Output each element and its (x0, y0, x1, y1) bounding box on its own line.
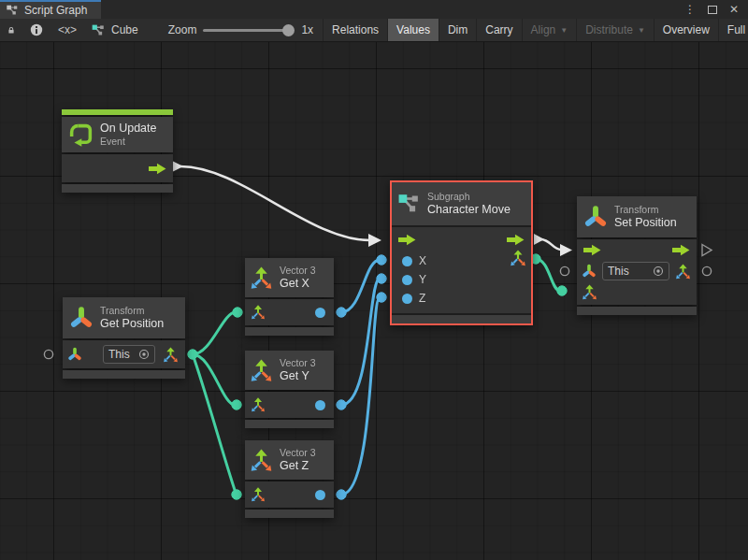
wire-getposition-to-gety[interactable] (193, 354, 235, 405)
code-icon: <x> (58, 23, 77, 36)
dim-button[interactable]: Dim (439, 19, 476, 41)
port-charactermove-x-in[interactable] (377, 255, 386, 265)
window-menu-icon[interactable]: ⋮ (684, 3, 696, 16)
lock-button[interactable] (0, 19, 22, 41)
node-footer (245, 420, 334, 428)
node-footer (63, 370, 185, 379)
node-subtitle: Subgraph (427, 191, 511, 203)
chevron-down-icon: ▼ (560, 26, 568, 35)
port-charactermove-y-in[interactable] (377, 274, 386, 283)
flow-in-port-icon[interactable] (398, 234, 416, 246)
port-setposition-this-unconnected[interactable] (560, 266, 568, 275)
wire-flow-onupdate-to-charactermove[interactable] (172, 161, 381, 247)
port-getz-value-in[interactable] (232, 490, 241, 499)
node-title: Get X (280, 277, 316, 292)
port-setposition-value-out-unconnected[interactable] (702, 266, 711, 275)
info-icon (30, 23, 43, 36)
tab-script-graph[interactable]: Script Graph (0, 0, 101, 19)
node-title: Character Move (427, 203, 511, 218)
graph-icon (92, 24, 106, 36)
node-subtitle: Vector 3 (280, 357, 316, 369)
full-screen-button[interactable]: Full Screen (718, 19, 748, 41)
port-getposition-value-out[interactable] (188, 350, 197, 359)
port-gety-value-in[interactable] (232, 400, 241, 409)
node-title: On Update (100, 122, 156, 136)
transform-axes-icon (69, 306, 94, 330)
flow-out-port-icon[interactable] (149, 163, 166, 175)
wire-getposition-to-getx[interactable] (193, 312, 236, 354)
close-icon[interactable]: ✕ (729, 3, 739, 16)
node-title: Set Position (614, 216, 677, 231)
node-get-z[interactable]: Vector 3 Get Z (245, 440, 334, 518)
node-get-x[interactable]: Vector 3 Get X (245, 258, 334, 336)
node-subtitle: Transform (614, 204, 677, 216)
event-accent-bar (62, 109, 173, 115)
node-subtitle: Transform (100, 305, 164, 317)
vector3-arrows-icon[interactable] (251, 397, 266, 412)
x-in-port[interactable] (402, 256, 412, 266)
subgraph-icon (398, 194, 421, 214)
vector3-arrows-icon[interactable] (251, 487, 266, 502)
relations-button[interactable]: Relations (323, 19, 387, 41)
port-getposition-this-unconnected[interactable] (44, 350, 52, 358)
node-footer (577, 307, 697, 315)
wire-getz-to-charactermove-z[interactable] (341, 297, 380, 495)
port-charactermove-z-in[interactable] (377, 293, 386, 302)
node-subtitle: Vector 3 (280, 265, 316, 277)
node-get-y[interactable]: Vector 3 Get Y (245, 351, 334, 428)
port-getz-float-out[interactable] (337, 490, 346, 499)
port-getx-value-in[interactable] (233, 308, 242, 317)
flow-out-port-icon[interactable] (672, 244, 690, 256)
vector3-arrows-icon[interactable] (251, 305, 266, 320)
vector3-arrows-icon[interactable] (163, 347, 179, 363)
wire-getx-to-charactermove-x[interactable] (341, 260, 380, 312)
target-dot-icon[interactable] (653, 266, 664, 277)
maximize-icon[interactable] (708, 6, 717, 14)
align-dropdown[interactable]: Align ▼ (522, 19, 577, 41)
this-object-field[interactable]: This (103, 345, 155, 364)
variables-button[interactable]: <x> (50, 19, 84, 41)
port-getx-float-out[interactable] (337, 308, 346, 317)
node-footer (62, 184, 173, 193)
float-out-port[interactable] (315, 308, 325, 318)
transform-axes-icon (582, 264, 597, 279)
loop-arrow-icon (68, 122, 94, 148)
zoom-control: Zoom 1x (159, 19, 323, 41)
graph-canvas[interactable]: On Update Event Transform Get Position T… (0, 42, 748, 560)
port-gety-float-out[interactable] (337, 400, 346, 409)
graph-breadcrumb[interactable]: Cube (84, 19, 146, 41)
float-out-port[interactable] (315, 400, 325, 410)
distribute-dropdown[interactable]: Distribute ▼ (576, 19, 654, 41)
values-button[interactable]: Values (387, 19, 439, 41)
float-out-port[interactable] (315, 490, 325, 500)
vector3-arrows-icon[interactable] (510, 250, 526, 266)
port-setposition-flow-out-unconnected[interactable] (702, 245, 712, 256)
node-get-position[interactable]: Transform Get Position This (63, 297, 185, 379)
overview-button[interactable]: Overview (654, 19, 718, 41)
port-label: Y (419, 273, 426, 286)
node-set-position[interactable]: Transform Set Position This (577, 196, 697, 315)
zoom-slider-handle[interactable] (282, 24, 295, 36)
vector3-arrows-icon[interactable] (675, 264, 691, 280)
node-title: Get Z (280, 459, 316, 474)
vector3-arrows-icon[interactable] (582, 284, 597, 300)
y-in-port[interactable] (402, 275, 412, 285)
transform-axes-icon (583, 205, 608, 229)
flow-in-port-icon[interactable] (583, 244, 601, 256)
this-object-field[interactable]: This (602, 262, 669, 280)
node-on-update[interactable]: On Update Event (62, 109, 173, 193)
tab-title: Script Graph (24, 4, 87, 17)
target-dot-icon[interactable] (138, 349, 150, 360)
node-character-move[interactable]: Subgraph Character Move X Y Z (390, 180, 533, 325)
flow-out-port-icon[interactable] (507, 234, 525, 246)
wire-flow-charactermove-to-setposition[interactable] (534, 234, 572, 256)
port-setposition-value-in[interactable] (557, 286, 567, 295)
port-label: X (419, 254, 426, 267)
zoom-slider[interactable] (203, 29, 289, 32)
carry-button[interactable]: Carry (476, 19, 521, 41)
z-in-port[interactable] (402, 294, 412, 304)
wire-charactermove-to-setposition-value[interactable] (536, 259, 560, 291)
info-button[interactable] (22, 19, 50, 41)
vector3-arrows-icon (250, 266, 273, 290)
node-subtitle: Event (100, 136, 156, 148)
